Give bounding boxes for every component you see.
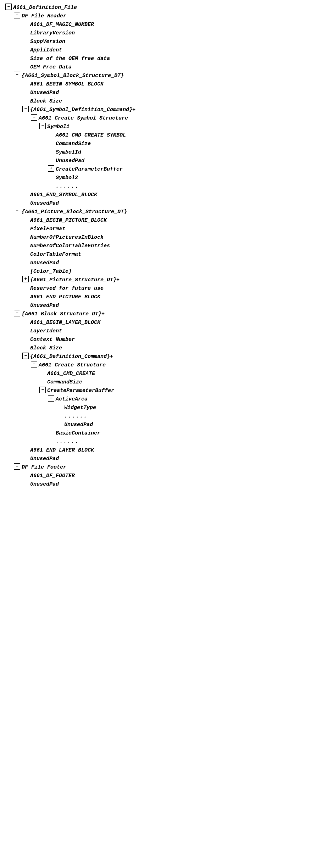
list-item: A661_DF_MAGIC_NUMBER: [22, 21, 316, 29]
list-item: UnusedPad: [22, 259, 316, 267]
list-item: UnusedPad: [22, 89, 316, 97]
list-item: A661_CMD_CREATE_SYMBOL: [48, 131, 316, 140]
list-item: Symbol2: [48, 174, 316, 182]
list-item: A661_END_SYMBOL_BLOCK: [22, 191, 316, 199]
tree-item-symbol-def-cmd: {A661_Symbol_Definition_Command}+: [22, 106, 316, 114]
root-label: A661_Definition_File: [13, 4, 77, 12]
tree-item-create-symbol-structure: A661_Create_Symbol_Structure: [31, 114, 316, 123]
toggle-create-param-buffer-sym[interactable]: [48, 165, 54, 172]
list-item: CommandSize: [39, 378, 316, 387]
list-item: Block Size: [22, 97, 316, 106]
tree-root: A661_Definition_File: [5, 4, 316, 12]
list-item: UnusedPad: [22, 302, 316, 310]
list-item-dots: ......: [48, 438, 316, 446]
list-item: AppliIdent: [22, 46, 316, 55]
list-item: SuppVersion: [22, 38, 316, 46]
toggle-root[interactable]: [5, 4, 12, 10]
toggle-active-area[interactable]: [48, 395, 54, 402]
list-item: UnusedPad: [22, 199, 316, 208]
list-item: A661_END_PICTURE_BLOCK: [22, 293, 316, 302]
list-item: NumberOfColorTableEntries: [22, 242, 316, 250]
list-item: Context Number: [22, 336, 316, 344]
list-item: A661_BEGIN_PICTURE_BLOCK: [22, 216, 316, 225]
list-item: A661_BEGIN_LAYER_BLOCK: [22, 319, 316, 327]
list-item: LibraryVersion: [22, 29, 316, 38]
tree-item-def-cmd: {A661_Definition_Command}+: [22, 353, 316, 361]
df-file-header-label: DF_File_Header: [22, 12, 66, 21]
tree-item-create-structure: A661_Create_Structure: [31, 361, 316, 370]
toggle-symbol-block[interactable]: [14, 72, 20, 78]
toggle-picture-structure[interactable]: [22, 276, 29, 282]
list-item: LayerIdent: [22, 327, 316, 336]
list-item: UnusedPad: [56, 421, 316, 429]
toggle-df-file-header[interactable]: [14, 12, 20, 18]
tree-item-block-structure: {A661_Block_Structure_DT}+: [14, 310, 316, 319]
list-item-dots: ......: [56, 412, 316, 421]
df-file-footer-label: DF_File_Footer: [22, 463, 66, 472]
toggle-symbol1[interactable]: [39, 123, 46, 129]
tree-item-create-param-buffer-sym: CreateParameterBuffer: [48, 165, 316, 174]
list-item: SymbolId: [48, 148, 316, 157]
toggle-block-structure[interactable]: [14, 310, 20, 316]
list-item: A661_CMD_CREATE: [39, 370, 316, 378]
toggle-df-file-footer[interactable]: [14, 463, 20, 470]
tree-view: A661_Definition_File DF_File_Header A661…: [5, 4, 316, 489]
toggle-create-structure[interactable]: [31, 361, 37, 367]
list-item: Size of the OEM free data: [22, 55, 316, 63]
list-item: A661_END_LAYER_BLOCK: [22, 446, 316, 455]
toggle-create-param-buffer[interactable]: [39, 387, 46, 393]
list-item: OEM_Free_Data: [22, 63, 316, 72]
tree-item-symbol-block: {A661_Symbol_Block_Structure_DT}: [14, 72, 316, 80]
toggle-create-symbol-structure[interactable]: [31, 114, 37, 121]
list-item-dots: ......: [48, 182, 316, 191]
list-item: WidgetType: [56, 404, 316, 412]
tree-item-picture-block: {A661_Picture_Block_Structure_DT}: [14, 208, 316, 216]
list-item: PixelFormat: [22, 225, 316, 233]
list-item: A661_DF_FOOTER: [22, 472, 316, 480]
toggle-def-cmd[interactable]: [22, 353, 29, 359]
tree-item-create-param-buffer: CreateParameterBuffer: [39, 387, 316, 395]
tree-item-df-file-header: DF_File_Header: [14, 12, 316, 21]
list-item: NumberOfPicturesInBlock: [22, 233, 316, 242]
list-item: Block Size: [22, 344, 316, 353]
list-item: UnusedPad: [48, 157, 316, 165]
toggle-symbol-def-cmd[interactable]: [22, 106, 29, 112]
tree-item-picture-structure: {A661_Picture_Structure_DT}+: [22, 276, 316, 284]
tree-item-symbol1: Symbol1: [39, 123, 316, 131]
list-item: ColorTableFormat: [22, 250, 316, 259]
toggle-picture-block[interactable]: [14, 208, 20, 214]
list-item: [Color_Table]: [22, 267, 316, 276]
list-item: A661_BEGIN_SYMBOL_BLOCK: [22, 80, 316, 89]
list-item: UnusedPad: [22, 455, 316, 463]
tree-item-active-area: ActiveArea: [48, 395, 316, 404]
tree-item-df-file-footer: DF_File_Footer: [14, 463, 316, 472]
list-item: UnusedPad: [22, 480, 316, 489]
list-item: Reserved for future use: [22, 284, 316, 293]
list-item: CommandSize: [48, 140, 316, 148]
list-item: BasicContainer: [48, 429, 316, 438]
